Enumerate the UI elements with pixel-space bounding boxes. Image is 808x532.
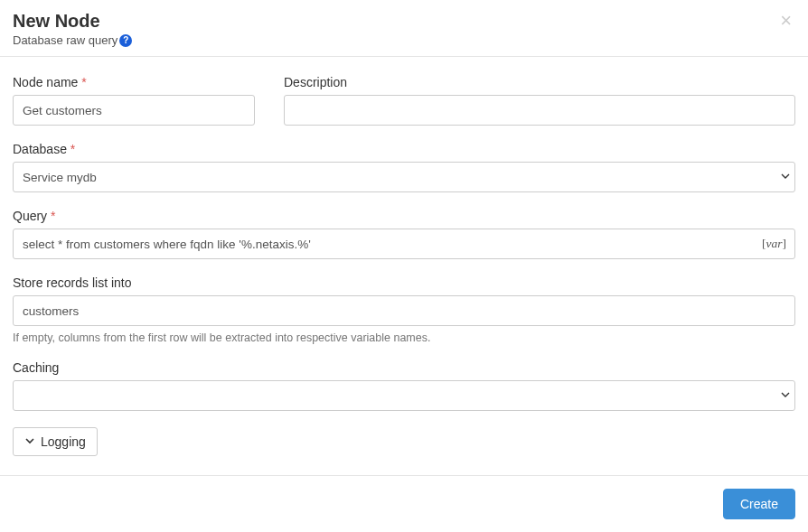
caching-select[interactable]: [13, 380, 795, 411]
caching-label: Caching: [13, 360, 795, 375]
logging-label: Logging: [41, 434, 86, 449]
database-select[interactable]: Service mydb: [13, 162, 795, 192]
description-label: Description: [284, 75, 795, 89]
store-help-text: If empty, columns from the first row wil…: [13, 331, 795, 344]
page-title: New Node: [13, 11, 795, 32]
query-input[interactable]: [13, 229, 795, 259]
page-subtitle: Database raw query: [13, 33, 117, 47]
logging-toggle-button[interactable]: Logging: [13, 427, 98, 456]
query-label: Query *: [13, 209, 795, 223]
modal-header: × New Node Database raw query ?: [0, 0, 808, 57]
close-button[interactable]: ×: [780, 11, 792, 31]
database-label: Database *: [13, 142, 795, 156]
node-name-input[interactable]: [13, 95, 255, 126]
create-button[interactable]: Create: [723, 489, 795, 519]
store-input[interactable]: [13, 295, 795, 326]
description-input[interactable]: [284, 95, 795, 126]
node-name-label: Node name *: [13, 75, 255, 89]
store-label: Store records list into: [13, 275, 795, 290]
help-icon[interactable]: ?: [119, 34, 132, 47]
subtitle-row: Database raw query ?: [13, 33, 795, 47]
modal-footer: Create: [0, 475, 808, 532]
form-area: Node name * Description Database * Servi…: [0, 57, 808, 465]
chevron-down-icon: [24, 434, 35, 449]
close-icon: ×: [780, 9, 792, 32]
